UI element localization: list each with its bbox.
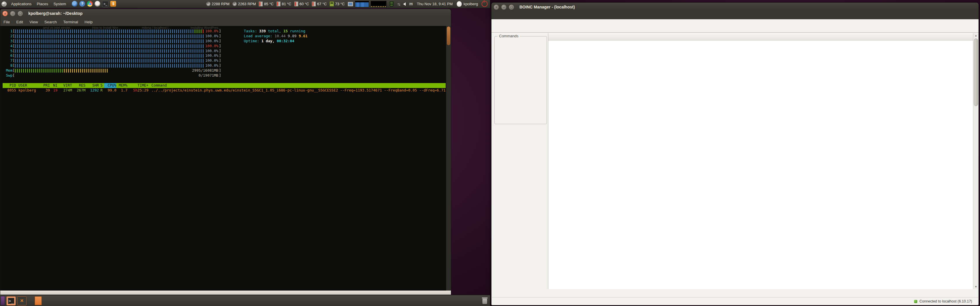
sensor-readout[interactable]: 73 °C — [329, 2, 345, 6]
trash-icon[interactable] — [482, 297, 488, 304]
minimize-icon[interactable]: – — [10, 11, 16, 16]
window-list-taskbar: >_ ✕ — [0, 295, 490, 306]
terminal-window: x – ▢ kpolberg@sarah: ~/Desktop FileEdit… — [0, 9, 451, 295]
htop-column-command[interactable]: Command — [148, 83, 445, 88]
maximize-icon[interactable]: ▢ — [18, 11, 23, 16]
taskbar-boinc-mini-button[interactable]: ✕ — [17, 296, 27, 305]
meter-label: 2 — [3, 34, 13, 39]
panel-menu-places[interactable]: Places — [34, 2, 51, 6]
sensor-value: 2288 RPM — [212, 2, 229, 6]
htop-column-ni[interactable]: NI — [50, 83, 57, 88]
meter-label: 5 — [3, 49, 13, 54]
htop-column-cpu[interactable]: CPU% — [104, 83, 116, 88]
terminal-icon: >_ — [8, 298, 14, 304]
memory-chip-icon[interactable] — [390, 1, 394, 7]
net-load-graph[interactable] — [371, 1, 387, 7]
cpu-meter-6: 6[100.0%] — [3, 53, 445, 58]
htop-header-row[interactable]: PIDUSERPRINIVIRTRESSHRSCPU%MEM%TIME+Comm… — [3, 83, 445, 88]
terminal-bottom-edge — [0, 290, 451, 295]
scroll-down-icon[interactable]: ▼ — [973, 284, 978, 289]
mail-icon[interactable]: ✉ — [409, 2, 413, 7]
help-icon[interactable]: ? — [80, 1, 85, 7]
sensor-value: 85 °C — [264, 2, 274, 6]
panel-menu-applications[interactable]: Applications — [8, 2, 34, 6]
terminal-menu-view[interactable]: View — [26, 20, 41, 24]
distributor-logo-icon[interactable] — [2, 2, 7, 7]
tasks-scrollbar[interactable]: ▲ ▼ — [973, 33, 978, 289]
notification-chip[interactable] — [35, 296, 42, 305]
boinc-title: BOINC Manager - (localhost) — [519, 5, 575, 10]
cpu-temp-icon — [259, 2, 263, 6]
process-row[interactable]: 8055kpolberg3919274M267M1292R99.01.75h25… — [3, 88, 445, 93]
sensor-readout[interactable]: 2288 RPM — [206, 2, 229, 6]
terminal-titlebar[interactable]: x – ▢ kpolberg@sarah: ~/Desktop — [0, 9, 451, 18]
minimize-icon[interactable]: – — [501, 5, 507, 10]
scrollbar-thumb[interactable] — [974, 38, 978, 106]
show-desktop-button[interactable] — [1, 296, 5, 305]
htop-column-s[interactable]: S — [99, 83, 104, 88]
close-icon[interactable]: x — [493, 5, 499, 10]
sensor-value: 73 °C — [335, 2, 345, 6]
sensor-readout[interactable]: 60 °C — [294, 2, 309, 6]
display-icon[interactable] — [348, 2, 353, 6]
htop-column-res[interactable]: RES — [72, 83, 86, 88]
memory-meter: Mem[2995/16081MB] — [3, 68, 445, 73]
cpu-load-graph[interactable] — [355, 1, 369, 7]
terminal-scrollbar[interactable] — [446, 26, 451, 290]
maximize-icon[interactable]: ▢ — [509, 5, 514, 10]
htop-column-shr[interactable]: SHR — [86, 83, 99, 88]
terminal-menubar: FileEditViewSearchTerminalHelp — [0, 18, 451, 26]
close-icon[interactable]: x — [2, 11, 8, 16]
terminal-menu-terminal[interactable]: Terminal — [60, 20, 81, 24]
sensor-readout[interactable]: 67 °C — [312, 2, 327, 6]
dual-monitor-desktop: ApplicationsPlacesSystem ?>_$ 2288 RPM22… — [0, 0, 980, 306]
chrome-icon[interactable] — [87, 1, 93, 7]
user-avatar[interactable] — [457, 1, 462, 7]
wine-icon[interactable] — [94, 1, 100, 7]
terminal-menu-help[interactable]: Help — [81, 20, 96, 24]
tasks-table — [548, 33, 973, 289]
sensor-value: 67 °C — [317, 2, 327, 6]
htop-column-pri[interactable]: PRI — [42, 83, 50, 88]
meter-bar: 100.0% — [15, 34, 219, 39]
taskbar-terminal-mini-button[interactable]: >_ — [6, 296, 16, 305]
sensor-readout[interactable]: 2263 RPM — [232, 2, 256, 6]
meter-bar: 100.0% — [15, 53, 219, 58]
htop-column-mem[interactable]: MEM% — [116, 83, 127, 88]
terminal-body[interactable]: amd vs intel einstei...How to Install Wo… — [0, 26, 451, 290]
firefox-icon[interactable] — [72, 1, 78, 7]
panel-menu-system[interactable]: System — [51, 2, 68, 6]
network-updown-icon[interactable]: ↑↓ — [397, 2, 400, 6]
meter-label: Swp — [3, 73, 13, 78]
terminal-icon[interactable]: >_ — [102, 1, 108, 7]
terminal-menu-edit[interactable]: Edit — [13, 20, 26, 24]
terminal-menu-file[interactable]: File — [0, 20, 13, 24]
scroll-up-icon[interactable]: ▲ — [973, 33, 978, 38]
cpu-meter-4: 4[100.0%] — [3, 44, 445, 49]
terminal-menu-search[interactable]: Search — [41, 20, 60, 24]
scrollbar-thumb[interactable] — [447, 27, 450, 45]
sensor-readout[interactable]: 85 °C — [259, 2, 274, 6]
fan-icon — [232, 2, 237, 6]
power-icon[interactable] — [482, 1, 488, 7]
user-menu[interactable]: kpolberg — [463, 2, 478, 6]
meter-value: 100.0% — [204, 34, 218, 39]
htop-summary: Tasks: 339 total, 15 runningLoad average… — [244, 29, 307, 44]
cpu-meter-3: 3[100.0%] — [3, 39, 445, 44]
meter-bar: 100.0% — [15, 63, 219, 68]
boinc-manager-window: x – ▢ BOINC Manager - (localhost) Comman… — [491, 2, 979, 305]
commands-panel: Commands — [495, 36, 547, 124]
cpu-meter-8: 8[100.0%] — [3, 63, 445, 68]
volume-icon[interactable] — [403, 2, 406, 6]
boinc-titlebar[interactable]: x – ▢ BOINC Manager - (localhost) — [491, 2, 979, 11]
htop-column-user[interactable]: USER — [16, 83, 42, 88]
summary-line: Uptime: 1 day, 00:32:04 — [244, 39, 307, 44]
sensor-readout[interactable]: 81 °C — [277, 2, 291, 6]
htop-column-time[interactable]: TIME+ — [127, 83, 148, 88]
htop-column-pid[interactable]: PID — [3, 83, 16, 88]
sensor-value: 81 °C — [282, 2, 291, 6]
meter-value: 100.0% — [204, 39, 218, 44]
dollar-icon[interactable]: $ — [110, 1, 116, 7]
htop-column-virt[interactable]: VIRT — [57, 83, 72, 88]
clock[interactable]: Thu Nov 18, 9:41 PM — [417, 2, 453, 6]
